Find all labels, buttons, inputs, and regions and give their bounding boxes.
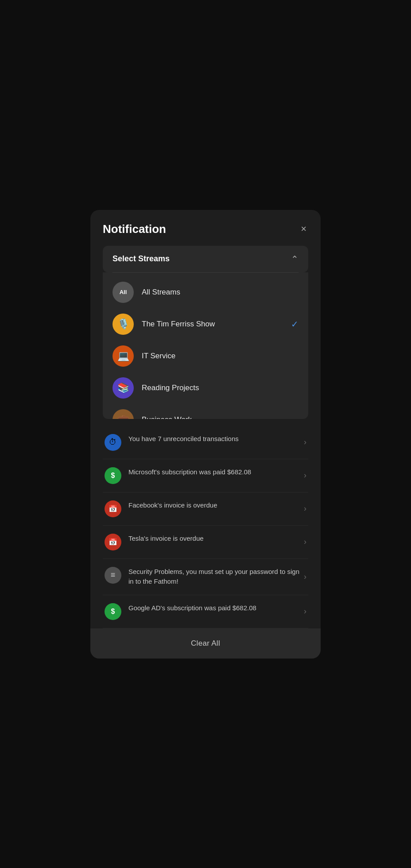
stream-item-it[interactable]: 💻 IT Service xyxy=(103,340,308,372)
all-label: All xyxy=(120,289,127,295)
stream-item-all[interactable]: All All Streams xyxy=(103,276,308,308)
selected-check-icon: ✓ xyxy=(291,319,299,329)
stream-name-it: IT Service xyxy=(142,352,299,360)
chevron-right-icon-4: › xyxy=(304,537,306,546)
stream-list: All All Streams 🎙️ The Tim Ferriss Show … xyxy=(103,273,308,419)
calendar-icon-tesla: 📅 xyxy=(105,534,121,550)
notification-item-tesla[interactable]: 📅 Tesla's invoice is overdue › xyxy=(103,526,308,559)
chevron-up-icon: ⌃ xyxy=(291,254,299,264)
notification-item-facebook[interactable]: 📅 Facebook's invoice is overdue › xyxy=(103,492,308,526)
stream-avatar-reading: 📚 xyxy=(112,377,134,399)
chevron-right-icon: › xyxy=(304,438,306,447)
stream-item-tim[interactable]: 🎙️ The Tim Ferriss Show ✓ xyxy=(103,308,308,340)
notif-text-tesla: Tesla's invoice is overdue xyxy=(128,534,299,544)
stream-item-business[interactable]: 💼 Business Work xyxy=(103,404,308,419)
calendar-icon-facebook: 📅 xyxy=(105,500,121,517)
dollar-icon-microsoft: $ xyxy=(105,467,121,484)
stream-name-all: All Streams xyxy=(142,288,299,297)
notification-item-unreconciled[interactable]: ⏱ You have 7 unreconciled transactions › xyxy=(103,426,308,459)
notif-text-security: Security Problems, you must set up your … xyxy=(128,567,299,587)
stream-avatar-tim: 🎙️ xyxy=(112,314,134,335)
stream-item-reading[interactable]: 📚 Reading Projects xyxy=(103,372,308,404)
chevron-right-icon-2: › xyxy=(304,471,306,480)
stream-avatar-it: 💻 xyxy=(112,345,134,367)
notification-modal: Notification × Select Streams ⌃ All All … xyxy=(90,210,321,659)
modal-title: Notification xyxy=(103,222,166,236)
stream-name-business: Business Work xyxy=(142,415,299,419)
select-streams-bar[interactable]: Select Streams ⌃ xyxy=(103,246,308,272)
chevron-right-icon-3: › xyxy=(304,504,306,513)
notification-item-microsoft[interactable]: $ Microsoft's subscription was paid $682… xyxy=(103,459,308,492)
notification-list: ⏱ You have 7 unreconciled transactions ›… xyxy=(103,426,308,628)
books-icon: 📚 xyxy=(117,382,129,394)
stream-name-tim: The Tim Ferriss Show xyxy=(142,320,291,329)
mic-icon: 🎙️ xyxy=(117,318,129,330)
notif-text-google: Google AD's subscription was paid $682.0… xyxy=(128,603,299,613)
notif-text-microsoft: Microsoft's subscription was paid $682.0… xyxy=(128,467,299,477)
stream-avatar-business: 💼 xyxy=(112,409,134,419)
close-button[interactable]: × xyxy=(299,222,308,236)
dollar-icon-google: $ xyxy=(105,603,121,620)
list-icon: ≡ xyxy=(105,567,121,584)
notification-item-google[interactable]: $ Google AD's subscription was paid $682… xyxy=(103,595,308,628)
modal-header: Notification × xyxy=(103,222,308,236)
briefcase-icon: 💼 xyxy=(117,414,129,419)
chevron-right-icon-6: › xyxy=(304,607,306,616)
streams-dropdown: All All Streams 🎙️ The Tim Ferriss Show … xyxy=(103,272,308,419)
timer-icon: ⏱ xyxy=(105,434,121,451)
stream-name-reading: Reading Projects xyxy=(142,384,299,392)
stream-avatar-all: All xyxy=(112,282,134,303)
clear-all-button[interactable]: Clear All xyxy=(90,628,321,659)
select-streams-label: Select Streams xyxy=(112,254,170,264)
laptop-icon: 💻 xyxy=(117,350,129,362)
notification-item-security[interactable]: ≡ Security Problems, you must set up you… xyxy=(103,559,308,595)
chevron-right-icon-5: › xyxy=(304,572,306,581)
notif-text-unreconciled: You have 7 unreconciled transactions xyxy=(128,434,299,444)
notif-text-facebook: Facebook's invoice is overdue xyxy=(128,500,299,511)
